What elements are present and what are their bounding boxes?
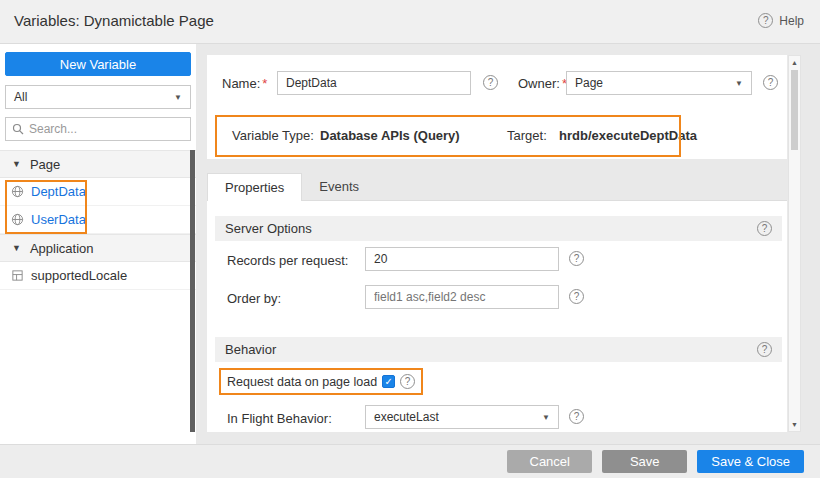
main-scrollbar-thumb[interactable] [791, 70, 798, 150]
server-options-help-icon[interactable]: ? [757, 221, 772, 236]
server-options-title: Server Options [225, 221, 312, 236]
search-input[interactable] [29, 122, 184, 136]
search-icon [12, 123, 24, 135]
name-label-text: Name: [222, 76, 260, 91]
owner-label-text: Owner: [518, 76, 560, 91]
required-marker: * [262, 76, 267, 91]
chevron-down-icon: ▼ [542, 413, 550, 422]
scroll-up-icon[interactable]: ▲ [789, 59, 800, 66]
behavior-title: Behavior [225, 342, 276, 357]
variable-form-card: Name:* ? Owner:* Page ▼ ? Variable Type:… [207, 55, 787, 159]
order-by-input[interactable] [365, 285, 559, 309]
main-scrollbar[interactable]: ▲ ▼ [788, 55, 801, 432]
tab-events[interactable]: Events [302, 173, 376, 201]
tree-group-page[interactable]: ▼ Page [0, 150, 196, 178]
highlight-box-request-data: Request data on page load ✓ ? [219, 368, 423, 395]
service-variable-icon [11, 185, 24, 198]
variables-dialog: Variables: Dynamictable Page ? Help New … [0, 0, 820, 488]
owner-select-value: Page [575, 76, 603, 90]
name-help-icon[interactable]: ? [483, 75, 498, 90]
cancel-button[interactable]: Cancel [507, 450, 592, 473]
request-data-label: Request data on page load [227, 375, 377, 389]
tab-properties[interactable]: Properties [207, 173, 302, 201]
owner-label: Owner:* [518, 76, 567, 91]
behavior-header: Behavior ? [215, 337, 782, 362]
records-help-icon[interactable]: ? [569, 251, 584, 266]
server-options-header: Server Options ? [215, 216, 782, 241]
save-button[interactable]: Save [602, 450, 687, 473]
inflight-behavior-select[interactable]: executeLast ▼ [365, 405, 559, 429]
tab-bar: Properties Events [207, 173, 376, 201]
name-label: Name:* [222, 76, 267, 91]
variable-type-value: Database APIs (Query) [320, 128, 460, 143]
tree-item-label: DeptData [31, 184, 86, 199]
records-per-request-label: Records per request: [227, 253, 348, 268]
order-by-label: Order by: [227, 291, 281, 306]
owner-help-icon[interactable]: ? [763, 75, 778, 90]
properties-panel: Server Options ? Records per request: ? … [207, 200, 787, 432]
variable-tree: ▼ Page DeptData UserData [0, 150, 196, 290]
collapse-triangle-icon: ▼ [12, 159, 21, 169]
order-by-help-icon[interactable]: ? [569, 289, 584, 304]
inflight-help-icon[interactable]: ? [569, 409, 584, 424]
request-data-checkbox[interactable]: ✓ [382, 375, 395, 388]
sidebar: New Variable All ▼ ▼ Page [0, 44, 196, 444]
target-value: hrdb/executeDeptData [559, 128, 697, 143]
tree-group-label: Application [30, 241, 94, 256]
behavior-help-icon[interactable]: ? [757, 342, 772, 357]
search-box [5, 117, 191, 141]
tree-item-supportedlocale[interactable]: supportedLocale [0, 262, 196, 290]
inflight-behavior-label: In Flight Behavior: [227, 411, 332, 426]
help-label: Help [779, 14, 804, 28]
sidebar-scrollbar-thumb[interactable] [190, 150, 195, 432]
new-variable-button[interactable]: New Variable [5, 52, 191, 76]
variable-type-label: Variable Type: [232, 128, 314, 143]
scroll-down-icon[interactable]: ▼ [789, 421, 800, 428]
dialog-header: Variables: Dynamictable Page ? Help [0, 0, 820, 44]
locale-variable-icon [11, 269, 24, 282]
tree-group-application[interactable]: ▼ Application [0, 234, 196, 262]
help-icon: ? [758, 13, 773, 28]
collapse-triangle-icon: ▼ [12, 243, 21, 253]
tree-item-label: supportedLocale [31, 268, 127, 283]
variable-filter-select[interactable]: All ▼ [5, 85, 191, 109]
chevron-down-icon: ▼ [174, 93, 182, 102]
tree-item-userdata[interactable]: UserData [0, 206, 196, 234]
inflight-behavior-value: executeLast [374, 410, 439, 424]
service-variable-icon [11, 213, 24, 226]
page-title: Variables: Dynamictable Page [14, 12, 214, 29]
request-data-help-icon[interactable]: ? [400, 374, 415, 389]
owner-select[interactable]: Page ▼ [566, 71, 752, 95]
target-label: Target: [507, 128, 547, 143]
records-per-request-input[interactable] [365, 247, 559, 271]
name-input[interactable] [277, 71, 471, 95]
help-button[interactable]: ? Help [758, 13, 804, 28]
tree-item-deptdata[interactable]: DeptData [0, 178, 196, 206]
check-icon: ✓ [384, 376, 392, 387]
variable-filter-value: All [14, 90, 27, 104]
tree-group-label: Page [30, 157, 60, 172]
chevron-down-icon: ▼ [735, 79, 743, 88]
save-and-close-button[interactable]: Save & Close [697, 450, 804, 473]
dialog-footer: Cancel Save Save & Close [0, 444, 820, 478]
tree-item-label: UserData [31, 212, 86, 227]
